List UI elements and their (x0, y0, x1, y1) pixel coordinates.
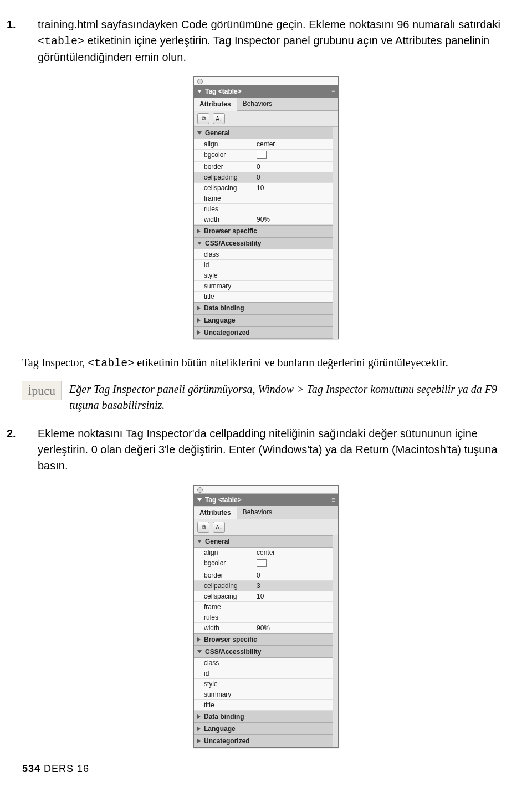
attr-row[interactable]: summary (194, 281, 332, 292)
collapse-icon (197, 90, 202, 93)
step-number: 2. (22, 426, 38, 442)
chevron-right-icon (197, 229, 201, 233)
section-css[interactable]: CSS/Accessibility (194, 646, 332, 658)
tag-inspector-panel: Tag <table> ≡ Attributes Behaviors ⧉ A↓ … (193, 485, 339, 748)
panel-menu-icon: ≡ (331, 88, 335, 95)
chevron-right-icon (197, 714, 201, 719)
attr-row[interactable]: cellspacing10 (194, 183, 332, 193)
section-css[interactable]: CSS/Accessibility (194, 237, 332, 249)
section-language[interactable]: Language (194, 723, 332, 735)
attr-row[interactable]: summary (194, 689, 332, 700)
attr-row[interactable]: style (194, 679, 332, 689)
attr-row[interactable]: bgcolor (194, 150, 332, 162)
chevron-down-icon (197, 650, 202, 653)
chevron-right-icon (197, 318, 201, 323)
chevron-right-icon (197, 727, 201, 731)
panel-tabs: Attributes Behaviors (194, 98, 338, 111)
attr-row[interactable]: aligncenter (194, 139, 332, 150)
attr-row-cellpadding[interactable]: cellpadding3 (194, 581, 332, 591)
section-language[interactable]: Language (194, 314, 332, 326)
attr-row[interactable]: title (194, 292, 332, 302)
chevron-right-icon (197, 637, 201, 642)
tab-behaviors[interactable]: Behaviors (237, 506, 278, 519)
section-data-binding[interactable]: Data binding (194, 302, 332, 314)
tip-badge: İpucu (22, 381, 62, 400)
attr-row[interactable]: id (194, 260, 332, 270)
chevron-right-icon (197, 306, 201, 310)
color-swatch-icon[interactable] (257, 559, 267, 567)
attr-row[interactable]: rules (194, 612, 332, 623)
tag-inspector-panel: Tag <table> ≡ Attributes Behaviors ⧉ A↓ … (193, 76, 339, 339)
section-browser[interactable]: Browser specific (194, 225, 332, 237)
chevron-down-icon (197, 540, 202, 543)
panel-toolbar: ⧉ A↓ (194, 111, 338, 127)
page-number: 534 (22, 763, 40, 774)
category-view-button[interactable]: ⧉ (197, 522, 209, 533)
attr-row[interactable]: border0 (194, 570, 332, 581)
color-swatch-icon[interactable] (257, 151, 267, 159)
panel-menu-icon: ≡ (331, 496, 335, 504)
section-uncategorized[interactable]: Uncategorized (194, 326, 332, 339)
attr-row[interactable]: width90% (194, 214, 332, 225)
step-number: 1. (22, 17, 38, 33)
scrollbar[interactable] (332, 535, 338, 747)
panel-tabs: Attributes Behaviors (194, 506, 338, 519)
section-general[interactable]: General (194, 535, 332, 548)
step-1-text: training.html sayfasındayken Code görünü… (38, 18, 500, 63)
step-2: 2.Ekleme noktasını Tag Inspector'da cell… (22, 426, 510, 474)
panel-toolbar: ⧉ A↓ (194, 519, 338, 535)
attr-row[interactable]: aligncenter (194, 548, 332, 558)
category-view-button[interactable]: ⧉ (197, 113, 209, 124)
chevron-down-icon (197, 131, 202, 135)
attr-row[interactable]: style (194, 270, 332, 281)
tab-behaviors[interactable]: Behaviors (237, 98, 278, 110)
attr-row[interactable]: width90% (194, 623, 332, 633)
panel-title: Tag <table> (205, 496, 242, 504)
chevron-down-icon (197, 242, 202, 245)
window-bar (194, 486, 338, 494)
sort-button[interactable]: A↓ (213, 113, 225, 124)
attr-row-cellpadding[interactable]: cellpadding0 (194, 172, 332, 183)
section-uncategorized[interactable]: Uncategorized (194, 735, 332, 747)
section-general[interactable]: General (194, 127, 332, 139)
chevron-right-icon (197, 739, 201, 743)
attr-row[interactable]: class (194, 658, 332, 668)
attr-row[interactable]: frame (194, 193, 332, 204)
panel-titlebar: Tag <table> ≡ (194, 85, 338, 98)
section-browser[interactable]: Browser specific (194, 633, 332, 646)
collapse-icon (197, 498, 202, 502)
window-bar (194, 77, 338, 85)
attr-row[interactable]: id (194, 668, 332, 679)
scrollbar[interactable] (332, 127, 338, 339)
attr-row[interactable]: rules (194, 204, 332, 214)
page-footer: 534 DERS 16 (22, 763, 510, 775)
body-paragraph: Tag Inspector, <table> etiketinin bütün … (22, 355, 510, 371)
code-literal: <table> (38, 35, 84, 48)
chevron-right-icon (197, 330, 201, 335)
attr-row[interactable]: frame (194, 602, 332, 612)
code-literal: <table> (88, 357, 134, 370)
close-icon (197, 487, 203, 493)
panel-figure-1: Tag <table> ≡ Attributes Behaviors ⧉ A↓ … (22, 76, 510, 339)
attr-row[interactable]: title (194, 700, 332, 711)
step-1: 1.training.html sayfasındayken Code görü… (22, 17, 510, 65)
tab-attributes[interactable]: Attributes (194, 98, 237, 111)
panel-title: Tag <table> (205, 88, 242, 95)
tip-text: Eğer Tag Inspector paneli görünmüyorsa, … (69, 381, 510, 413)
section-data-binding[interactable]: Data binding (194, 711, 332, 723)
step-2-text: Ekleme noktasını Tag Inspector'da cellpa… (38, 427, 498, 472)
attr-row[interactable]: bgcolor (194, 558, 332, 570)
attr-row[interactable]: class (194, 249, 332, 260)
close-icon (197, 79, 203, 84)
panel-titlebar: Tag <table> ≡ (194, 494, 338, 506)
sort-button[interactable]: A↓ (213, 522, 225, 533)
attr-row[interactable]: border0 (194, 162, 332, 172)
panel-figure-2: Tag <table> ≡ Attributes Behaviors ⧉ A↓ … (22, 485, 510, 748)
tip-block: İpucu Eğer Tag Inspector paneli görünmüy… (22, 381, 510, 413)
chapter-label: DERS 16 (44, 763, 89, 774)
tab-attributes[interactable]: Attributes (194, 507, 237, 519)
attr-row[interactable]: cellspacing10 (194, 591, 332, 602)
